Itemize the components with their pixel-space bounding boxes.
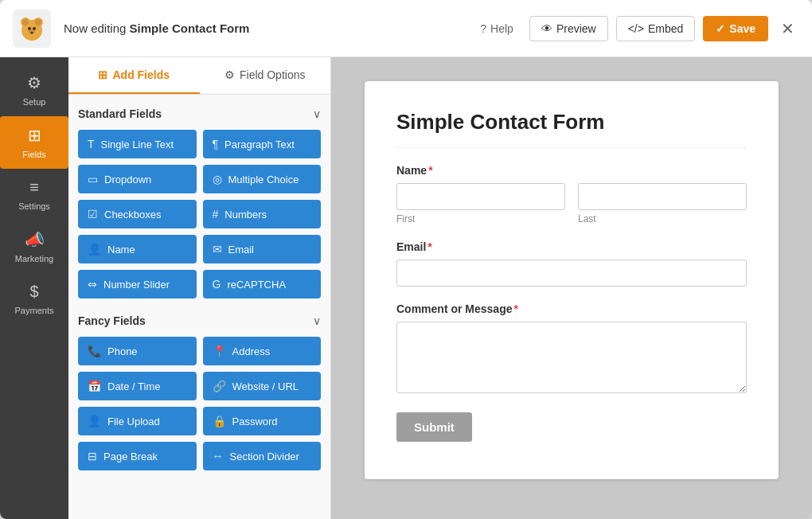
field-btn-numbers[interactable]: # Numbers: [203, 200, 322, 228]
logo: [13, 10, 51, 48]
eye-icon: 👁: [541, 22, 552, 35]
checkboxes-icon: ☑: [88, 208, 98, 220]
name-inputs: First Last: [396, 183, 747, 224]
recaptcha-icon: G: [213, 278, 221, 291]
field-btn-address[interactable]: 📍 Address: [203, 337, 322, 365]
svg-point-4: [22, 19, 29, 25]
field-btn-file-upload[interactable]: 👤 File Upload: [78, 407, 197, 435]
fancy-fields-header: Fancy Fields ∨: [78, 314, 321, 327]
last-name-input[interactable]: [578, 183, 747, 210]
first-label: First: [396, 213, 565, 224]
svg-point-9: [31, 31, 33, 33]
field-btn-multiple-choice[interactable]: ◎ Multiple Choice: [203, 165, 322, 193]
number-slider-icon: ⇔: [88, 278, 97, 291]
password-icon: 🔒: [213, 415, 226, 427]
required-star: *: [513, 302, 517, 315]
marketing-icon: 📣: [25, 230, 45, 249]
file-upload-icon: 👤: [88, 415, 101, 427]
settings-icon: ≡: [29, 178, 39, 197]
standard-fields-toggle[interactable]: ∨: [313, 107, 321, 120]
section-divider-icon: ↔: [213, 450, 224, 462]
sidebar-item-label: Marketing: [15, 254, 53, 263]
header-title: Now editing Simple Contact Form: [64, 21, 472, 35]
field-btn-checkboxes[interactable]: ☑ Checkboxes: [78, 200, 197, 228]
form-card: Simple Contact Form Name* First Last: [365, 81, 779, 479]
header-actions: ? Help 👁 Preview </> Embed ✓ Save ✕: [472, 14, 799, 43]
embed-button[interactable]: </> Embed: [616, 16, 696, 41]
form-title: Simple Contact Form: [396, 110, 747, 148]
sidebar-item-settings[interactable]: ≡ Settings: [0, 169, 68, 220]
comment-textarea[interactable]: [396, 322, 747, 393]
panel-tabs: ⊞ Add Fields ⚙ Field Options: [68, 57, 330, 95]
close-button[interactable]: ✕: [776, 14, 799, 43]
preview-button[interactable]: 👁 Preview: [529, 16, 608, 41]
field-btn-paragraph-text[interactable]: ¶ Paragraph Text: [203, 130, 322, 158]
field-btn-dropdown[interactable]: ▭ Dropdown: [78, 165, 197, 193]
date-time-icon: 📅: [88, 380, 101, 392]
fancy-fields-toggle[interactable]: ∨: [313, 314, 321, 327]
dropdown-icon: ▭: [88, 173, 98, 185]
field-btn-single-line-text[interactable]: T Single Line Text: [78, 130, 197, 158]
comment-label: Comment or Message*: [396, 302, 747, 315]
name-icon: 👤: [88, 243, 101, 256]
multiple-choice-icon: ◎: [213, 173, 222, 185]
sidebar-item-payments[interactable]: $ Payments: [0, 273, 68, 325]
paragraph-text-icon: ¶: [213, 138, 219, 150]
email-icon: ✉: [213, 243, 222, 256]
field-btn-name[interactable]: 👤 Name: [78, 235, 197, 263]
fancy-fields-title: Fancy Fields: [78, 314, 146, 327]
setup-icon: ⚙: [27, 73, 41, 92]
fancy-fields-grid: 📞 Phone 📍 Address 📅 Date / Time 🔗 Websit…: [78, 337, 321, 470]
phone-icon: 📞: [88, 345, 101, 357]
field-btn-phone[interactable]: 📞 Phone: [78, 337, 197, 365]
field-btn-date-time[interactable]: 📅 Date / Time: [78, 372, 197, 400]
tab-add-fields[interactable]: ⊞ Add Fields: [68, 57, 200, 94]
sidebar-item-marketing[interactable]: 📣 Marketing: [0, 220, 68, 273]
svg-point-5: [35, 19, 41, 25]
sidebar-item-fields[interactable]: ⊞ Fields: [0, 116, 68, 169]
help-button[interactable]: ? Help: [472, 18, 521, 40]
payments-icon: $: [29, 283, 38, 301]
website-url-icon: 🔗: [213, 380, 226, 392]
save-button[interactable]: ✓ Save: [703, 16, 768, 41]
field-btn-page-break[interactable]: ⊟ Page Break: [78, 442, 197, 470]
field-btn-password[interactable]: 🔒 Password: [203, 407, 322, 435]
page-break-icon: ⊟: [88, 450, 97, 462]
add-fields-icon: ⊞: [98, 68, 107, 81]
form-preview-area: Simple Contact Form Name* First Last: [331, 57, 812, 519]
address-icon: 📍: [213, 345, 226, 357]
form-field-comment: Comment or Message*: [396, 302, 747, 396]
fields-content: Standard Fields ∨ T Single Line Text ¶ P…: [68, 95, 330, 519]
numbers-icon: #: [213, 208, 219, 220]
code-icon: </>: [628, 22, 644, 35]
standard-fields-title: Standard Fields: [78, 107, 162, 120]
field-btn-recaptcha[interactable]: G reCAPTCHA: [203, 270, 322, 299]
close-icon: ✕: [781, 20, 794, 37]
check-icon: ✓: [716, 22, 725, 35]
standard-fields-grid: T Single Line Text ¶ Paragraph Text ▭ Dr…: [78, 130, 321, 299]
name-label: Name*: [396, 164, 747, 177]
sidebar-item-label: Settings: [18, 201, 50, 211]
first-name-input[interactable]: [396, 183, 565, 210]
sidebar-icons: ⚙ Setup ⊞ Fields ≡ Settings 📣 Marketing …: [0, 57, 68, 519]
submit-button[interactable]: Submit: [396, 412, 472, 442]
tab-field-options[interactable]: ⚙ Field Options: [200, 57, 331, 94]
sidebar-item-setup[interactable]: ⚙ Setup: [0, 64, 68, 116]
email-input[interactable]: [396, 260, 747, 287]
field-btn-email[interactable]: ✉ Email: [203, 235, 322, 263]
email-label: Email*: [396, 240, 747, 253]
top-header: Now editing Simple Contact Form ? Help 👁…: [0, 0, 812, 57]
sidebar-item-label: Fields: [22, 150, 45, 159]
main-body: ⚙ Setup ⊞ Fields ≡ Settings 📣 Marketing …: [0, 57, 812, 519]
field-btn-number-slider[interactable]: ⇔ Number Slider: [78, 270, 197, 299]
last-name-wrap: Last: [578, 183, 747, 224]
sidebar-item-label: Setup: [23, 97, 46, 107]
fields-panel: ⊞ Add Fields ⚙ Field Options Standard Fi…: [68, 57, 331, 519]
field-btn-section-divider[interactable]: ↔ Section Divider: [203, 442, 322, 470]
form-field-email: Email*: [396, 240, 747, 287]
form-field-name: Name* First Last: [396, 164, 747, 224]
help-icon: ?: [480, 22, 486, 35]
required-star: *: [428, 164, 432, 177]
single-line-text-icon: T: [88, 138, 95, 150]
field-btn-website-url[interactable]: 🔗 Website / URL: [203, 372, 322, 400]
